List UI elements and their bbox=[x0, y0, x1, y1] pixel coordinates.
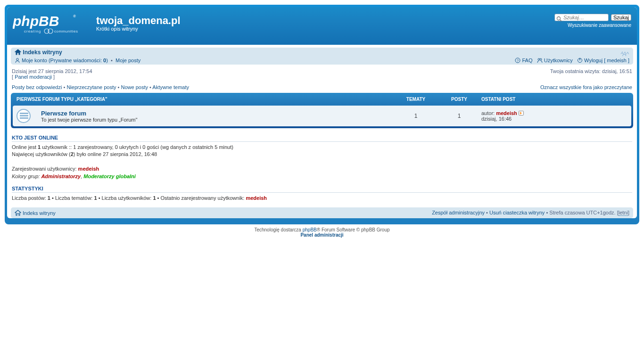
site-description: twoja_domena.pl Krótki opis witryny bbox=[96, 15, 180, 32]
svg-text:creating: creating bbox=[24, 29, 41, 33]
legend-admin[interactable]: Administratorzy bbox=[41, 173, 81, 179]
svg-text:®: ® bbox=[73, 14, 76, 18]
col-topics: Tematy bbox=[395, 97, 437, 102]
svg-text:?: ? bbox=[517, 58, 519, 63]
svg-text:phpBB: phpBB bbox=[13, 13, 59, 29]
unanswered-link[interactable]: Posty bez odpowiedzi bbox=[12, 84, 62, 90]
home-icon bbox=[15, 49, 21, 55]
forum-topics-count: 1 bbox=[395, 109, 437, 123]
site-title: twoja_domena.pl bbox=[96, 15, 180, 27]
delete-cookies-link[interactable]: Usuń ciasteczka witryny bbox=[489, 210, 545, 215]
search-box: Szukaj Wyszukiwanie zaawansowane bbox=[554, 14, 631, 28]
forum-category: PIERWSZE FORUM TYPU „KATEGORIA" Tematy P… bbox=[11, 93, 633, 128]
search-input[interactable] bbox=[554, 14, 609, 21]
stats-heading: Statystyki bbox=[12, 186, 632, 193]
header: phpBB ® creating communities twoja_domen… bbox=[7, 7, 637, 45]
logo[interactable]: phpBB ® creating communities bbox=[13, 12, 83, 37]
last-post-time: dzisiaj, 16:46 bbox=[481, 116, 512, 122]
search-button[interactable]: Szukaj bbox=[611, 14, 631, 21]
faq-link[interactable]: FAQ bbox=[522, 58, 532, 63]
faq-icon: ? bbox=[515, 58, 520, 63]
last-visit: Twoja ostatnia wizyta: dzisiaj, 16:51 bbox=[550, 68, 632, 74]
active-topics-link[interactable]: Aktywne tematy bbox=[152, 84, 189, 90]
my-account-link[interactable]: Moje konto (Prywatne wiadomości: 0) bbox=[22, 58, 109, 63]
search-icon bbox=[556, 16, 562, 22]
category-title[interactable]: PIERWSZE FORUM TYPU „KATEGORIA" bbox=[17, 97, 107, 102]
my-posts-link[interactable]: Moje posty bbox=[116, 58, 140, 63]
legend-mod[interactable]: Moderatorzy globalni bbox=[83, 173, 136, 179]
footer-index-link[interactable]: Indeks witryny bbox=[23, 210, 56, 216]
svg-line-7 bbox=[560, 20, 561, 21]
newest-user[interactable]: medeish bbox=[246, 195, 267, 201]
footer-nav: Indeks witryny Zespół administracyjny • … bbox=[11, 207, 633, 218]
col-posts: Posty bbox=[438, 97, 480, 102]
phpbb-link[interactable]: phpBB bbox=[303, 227, 317, 232]
credits: Technologię dostarcza phpBB® Forum Softw… bbox=[5, 224, 639, 239]
current-time: Dzisiaj jest 27 sierpnia 2012, 17:54 bbox=[12, 68, 92, 74]
statistics: Statystyki Liczba postów: 1 • Liczba tem… bbox=[7, 183, 637, 205]
mark-forums-read-link[interactable]: Oznacz wszystkie fora jako przeczytane bbox=[540, 84, 632, 90]
svg-point-11 bbox=[538, 58, 540, 60]
logout-icon bbox=[577, 58, 583, 63]
mcp-link[interactable]: Panel moderacji bbox=[15, 74, 52, 80]
online-user[interactable]: medeish bbox=[78, 166, 99, 172]
unread-link[interactable]: Nieprzeczytane posty bbox=[66, 84, 116, 90]
logout-link[interactable]: Wyloguj [ medeish ] bbox=[584, 58, 629, 63]
svg-point-12 bbox=[540, 58, 542, 60]
forum-link[interactable]: Pierwsze forum bbox=[41, 110, 86, 117]
svg-point-6 bbox=[557, 17, 560, 20]
who-is-online: Kto jest online Online jest 1 użytkownik… bbox=[7, 132, 637, 183]
user-icon bbox=[15, 58, 20, 63]
last-post-author[interactable]: medeish bbox=[496, 110, 517, 116]
svg-point-8 bbox=[17, 58, 19, 61]
online-heading: Kto jest online bbox=[12, 135, 632, 142]
dst-label: letni bbox=[619, 210, 628, 216]
members-link[interactable]: Użytkownicy bbox=[544, 58, 573, 63]
navbar: Indeks witryny ᴬA^ Moje konto (Prywatne … bbox=[11, 48, 633, 65]
svg-text:communities: communities bbox=[54, 29, 78, 33]
forum-row: Pierwsze forum To jest twoje pierwsze fo… bbox=[13, 106, 631, 126]
new-posts-link[interactable]: Nowe posty bbox=[121, 84, 148, 90]
time-bar: Dzisiaj jest 27 sierpnia 2012, 17:54 Two… bbox=[7, 67, 637, 84]
breadcrumb-index[interactable]: Indeks witryny bbox=[23, 49, 62, 56]
col-last-post: Ostatni post bbox=[481, 97, 627, 102]
members-icon bbox=[537, 58, 543, 63]
advanced-search-link[interactable]: Wyszukiwanie zaawansowane bbox=[554, 23, 631, 28]
team-link[interactable]: Zespół administracyjny bbox=[432, 210, 485, 215]
forum-description: To jest twoje pierwsze forum typu „Forum… bbox=[41, 117, 394, 123]
quick-links: Posty bez odpowiedzi • Nieprzeczytane po… bbox=[7, 84, 637, 93]
font-size-toggle[interactable]: ᴬA^ bbox=[620, 50, 628, 58]
acp-link[interactable]: Panel administracji bbox=[300, 232, 343, 238]
home-icon bbox=[15, 210, 21, 216]
forum-posts-count: 1 bbox=[438, 109, 480, 123]
view-last-post[interactable] bbox=[519, 110, 524, 116]
forum-icon bbox=[17, 109, 31, 123]
